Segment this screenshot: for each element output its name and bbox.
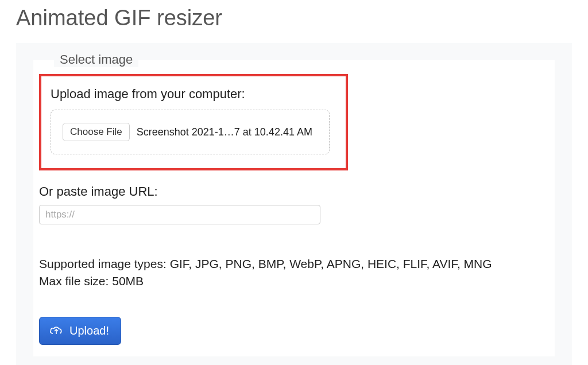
max-file-size-text: Max file size: 50MB: [39, 273, 549, 290]
supported-types-text: Supported image types: GIF, JPG, PNG, BM…: [39, 255, 549, 273]
page-title: Animated GIF resizer: [0, 0, 588, 43]
cloud-upload-icon: [49, 325, 64, 336]
upload-button[interactable]: Upload!: [39, 317, 121, 345]
info-block: Supported image types: GIF, JPG, PNG, BM…: [39, 255, 549, 290]
content-panel: Select image Upload image from your comp…: [16, 43, 572, 365]
image-url-input[interactable]: [39, 205, 320, 224]
choose-file-button[interactable]: Choose File: [63, 123, 130, 141]
fieldset-legend: Select image: [54, 52, 138, 67]
upload-highlight-box: Upload image from your computer: Choose …: [39, 74, 348, 170]
selected-file-name: Screenshot 2021-1…7 at 10.42.41 AM: [137, 126, 312, 138]
file-drop-area[interactable]: Choose File Screenshot 2021-1…7 at 10.42…: [51, 110, 330, 154]
fieldset-body: Upload image from your computer: Choose …: [33, 60, 555, 356]
upload-button-label: Upload!: [69, 324, 109, 337]
upload-from-computer-label: Upload image from your computer:: [51, 87, 336, 102]
url-label: Or paste image URL:: [39, 184, 549, 199]
